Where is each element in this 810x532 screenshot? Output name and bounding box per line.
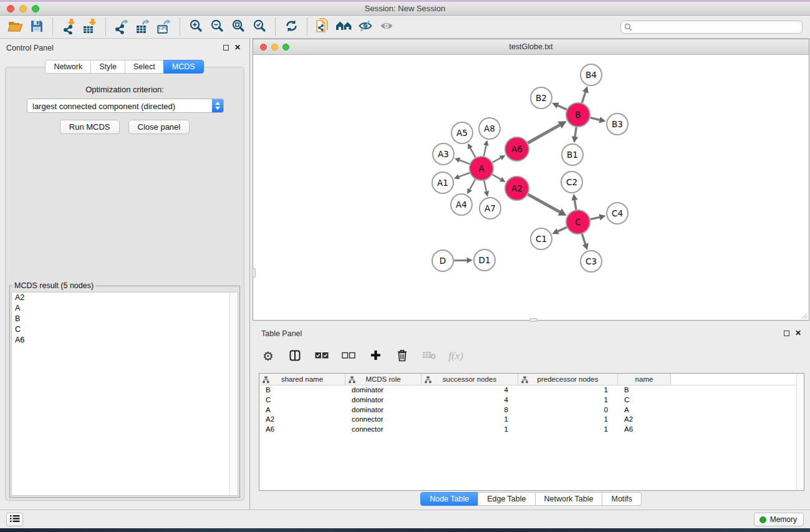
cell-MCDS-role[interactable]: dominator [345, 385, 422, 395]
cell-shared-name[interactable]: C [259, 395, 345, 405]
graph-edge-A-A8[interactable] [484, 145, 486, 156]
result-item[interactable]: A2 [12, 293, 238, 303]
network-canvas[interactable]: AA1A2A3A4A5A6A7A8BB1B2B3B4CC1C2C3C4DD1 [253, 56, 809, 320]
cell-successor-nodes[interactable]: 8 [422, 405, 518, 415]
tab-mcds[interactable]: MCDS [163, 60, 204, 74]
result-item[interactable]: A [12, 303, 238, 314]
export-table-button[interactable] [132, 17, 153, 36]
cell-shared-name[interactable]: A2 [259, 415, 345, 425]
refresh-button[interactable] [281, 17, 302, 36]
delete-table-button[interactable] [421, 347, 437, 365]
table-row[interactable]: A6connector11A6 [259, 425, 804, 435]
tab-select[interactable]: Select [125, 60, 164, 74]
cell-name[interactable]: C [618, 395, 671, 405]
tab-style[interactable]: Style [90, 60, 125, 74]
table-row[interactable]: Adominator80A [259, 405, 804, 415]
cell-name[interactable]: B [618, 385, 671, 395]
export-network-button[interactable] [111, 17, 132, 36]
result-item[interactable]: B [12, 314, 238, 324]
cell-MCDS-role[interactable]: dominator [345, 395, 422, 405]
table-row[interactable]: Bdominator41B [259, 385, 804, 395]
cell-MCDS-role[interactable]: dominator [345, 405, 422, 415]
function-builder-button[interactable]: f(x) [448, 347, 464, 365]
graph-edge-B-B2[interactable] [558, 105, 567, 110]
select-all-columns-button[interactable] [314, 347, 330, 365]
result-item[interactable]: A6 [12, 335, 238, 346]
table-scrollbar[interactable] [796, 374, 804, 490]
result-item[interactable]: C [12, 324, 238, 335]
graph-edge-C-C2[interactable] [575, 200, 576, 210]
graph-edge-A-A6[interactable] [493, 158, 501, 162]
table-row[interactable]: Cdominator41C [259, 395, 804, 405]
criterion-dropdown[interactable]: largest connected component (directed) [27, 99, 224, 113]
cell-predecessor-nodes[interactable]: 1 [518, 415, 618, 425]
cell-successor-nodes[interactable]: 1 [422, 425, 518, 435]
cell-successor-nodes[interactable]: 1 [422, 415, 518, 425]
left-splitter-grip[interactable] [252, 268, 256, 278]
cell-name[interactable]: A [618, 405, 671, 415]
column-header-MCDS-role[interactable]: MCDS role [345, 374, 422, 385]
graph-edge-A-A2[interactable] [492, 175, 501, 180]
close-table-panel-icon[interactable]: ✕ [795, 330, 801, 336]
zoom-out-button[interactable] [206, 17, 228, 36]
unselect-all-columns-button[interactable] [340, 347, 357, 365]
zoom-fit-button[interactable] [228, 17, 249, 36]
task-history-button[interactable] [6, 513, 23, 526]
memory-button[interactable]: Memory [754, 513, 804, 526]
graph-edge-B-B4[interactable] [582, 92, 586, 103]
graph-edge-A-A3[interactable] [460, 160, 470, 164]
graph-edge-C-C1[interactable] [558, 227, 567, 231]
import-network-button[interactable] [58, 17, 79, 36]
cell-successor-nodes[interactable]: 4 [422, 385, 518, 395]
graph-edge-C-C3[interactable] [582, 234, 585, 244]
run-mcds-button[interactable]: Run MCDS [60, 120, 120, 134]
show-all-button[interactable] [376, 17, 397, 36]
tab-network-table[interactable]: Network Table [535, 492, 603, 506]
cell-predecessor-nodes[interactable]: 1 [518, 425, 618, 435]
save-session-button[interactable] [26, 17, 47, 36]
graph-edge-A-A1[interactable] [459, 173, 470, 177]
cell-shared-name[interactable]: A [259, 405, 345, 415]
graph-edge-C-C4[interactable] [591, 217, 600, 219]
mcds-result-list[interactable]: A2ABCA6 [11, 292, 238, 496]
table-row[interactable]: A2connector11A2 [259, 415, 804, 425]
cell-name[interactable]: A2 [618, 415, 671, 425]
tab-motifs[interactable]: Motifs [602, 492, 641, 506]
new-network-from-selection-button[interactable] [312, 17, 334, 36]
close-panel-icon[interactable]: ✕ [234, 44, 241, 51]
column-header-name[interactable]: name [618, 374, 671, 385]
float-panel-icon[interactable] [223, 45, 229, 51]
graph-edge-A-A4[interactable] [470, 180, 475, 190]
graph-edge-A-A5[interactable] [470, 148, 475, 157]
float-table-panel-icon[interactable] [784, 331, 789, 336]
cell-MCDS-role[interactable]: connector [345, 415, 422, 425]
graph-edge-A6-B[interactable] [528, 125, 559, 143]
search-input[interactable] [620, 21, 803, 34]
create-column-button[interactable] [367, 347, 383, 365]
cell-shared-name[interactable]: B [259, 385, 345, 395]
graph-edge-A-A7[interactable] [484, 181, 486, 191]
cell-MCDS-role[interactable]: connector [345, 425, 422, 435]
cell-name[interactable]: A6 [618, 425, 671, 435]
table-settings-button[interactable]: ⚙ [260, 347, 276, 365]
cell-predecessor-nodes[interactable]: 1 [518, 395, 618, 405]
show-column-button[interactable] [287, 347, 303, 365]
zoom-in-button[interactable] [185, 17, 206, 36]
open-session-button[interactable] [5, 17, 26, 36]
network-window-titlebar[interactable]: testGlobe.txt [253, 39, 809, 55]
zoom-selected-button[interactable] [249, 17, 270, 36]
close-panel-button[interactable]: Close panel [128, 120, 190, 134]
delete-column-button[interactable] [394, 347, 410, 365]
graph-edge-B-B1[interactable] [575, 127, 576, 137]
first-neighbors-button[interactable] [334, 17, 355, 36]
column-header-shared-name[interactable]: shared name [259, 374, 345, 385]
bottom-splitter-grip[interactable] [529, 318, 538, 322]
graph-edge-B-B3[interactable] [590, 118, 599, 120]
column-header-predecessor-nodes[interactable]: predecessor nodes [518, 374, 618, 385]
column-header-successor-nodes[interactable]: successor nodes [422, 374, 518, 385]
tab-edge-table[interactable]: Edge Table [478, 492, 535, 506]
resize-grip-icon[interactable] [799, 311, 808, 319]
cell-predecessor-nodes[interactable]: 1 [518, 385, 618, 395]
cell-predecessor-nodes[interactable]: 0 [518, 405, 618, 415]
cell-shared-name[interactable]: A6 [259, 425, 345, 435]
